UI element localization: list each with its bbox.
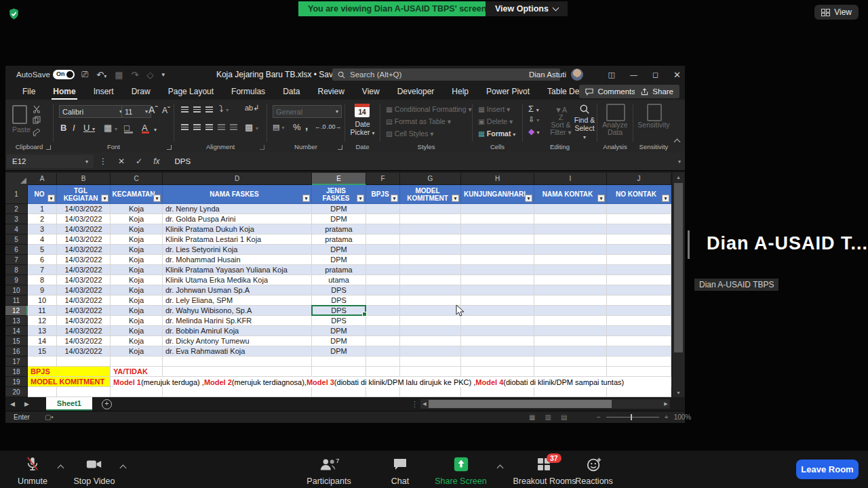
scroll-up-icon[interactable]: ▲ xyxy=(673,173,684,182)
align-left-icon[interactable] xyxy=(181,124,189,130)
cell[interactable] xyxy=(534,285,607,296)
cell[interactable] xyxy=(461,346,534,357)
cell[interactable]: 14/03/2022 xyxy=(57,275,111,285)
cell[interactable]: dr. Mohammad Husain xyxy=(163,255,312,265)
cell[interactable] xyxy=(366,326,400,336)
cell[interactable] xyxy=(534,316,607,326)
cell[interactable]: 5 xyxy=(28,245,57,255)
cell[interactable]: 1 xyxy=(28,204,57,214)
cell[interactable] xyxy=(366,346,400,357)
cell[interactable] xyxy=(607,214,671,224)
ribbon-tab-help[interactable]: Help xyxy=(445,84,475,99)
unmute-button[interactable]: Unmute xyxy=(9,456,56,486)
row-header-2[interactable]: 2 xyxy=(5,204,28,214)
confirm-entry-icon[interactable]: ✓ xyxy=(136,157,142,166)
cell[interactable] xyxy=(461,387,534,397)
cell[interactable] xyxy=(607,336,671,346)
cell[interactable]: DPM xyxy=(312,336,366,346)
cell[interactable] xyxy=(366,306,400,316)
cell[interactable] xyxy=(461,214,534,224)
table-header-cell[interactable]: JENIS FASKES▾ xyxy=(312,185,366,204)
align-right-icon[interactable] xyxy=(205,124,213,130)
filter-dropdown-icon[interactable]: ▾ xyxy=(47,195,55,202)
cell[interactable] xyxy=(461,255,534,265)
cell[interactable] xyxy=(366,235,400,245)
zoom-out-icon[interactable]: − xyxy=(597,413,601,421)
cell[interactable] xyxy=(366,275,400,285)
ribbon-tab-view[interactable]: View xyxy=(355,84,387,99)
cell[interactable]: 14/03/2022 xyxy=(57,224,111,235)
search-input[interactable]: Search (Alt+Q) xyxy=(332,68,560,81)
cell[interactable] xyxy=(607,306,671,316)
cell[interactable] xyxy=(461,224,534,235)
cell[interactable]: 14/03/2022 xyxy=(57,336,111,346)
ribbon-tab-formulas[interactable]: Formulas xyxy=(224,84,272,99)
cell[interactable] xyxy=(366,367,400,377)
bpjs-label-cell[interactable]: BPJS xyxy=(28,367,111,377)
cell[interactable] xyxy=(607,275,671,285)
cell[interactable]: DPM xyxy=(312,346,366,357)
account-user[interactable]: Dian Astuti xyxy=(529,68,583,81)
row-header-14[interactable]: 14 xyxy=(5,326,28,336)
vertical-scroll-thumb[interactable] xyxy=(674,183,683,352)
row-header-17[interactable]: 17 xyxy=(5,357,28,367)
cell[interactable] xyxy=(366,204,400,214)
video-options-chevron[interactable] xyxy=(120,465,127,472)
cell[interactable]: Koja xyxy=(111,255,163,265)
cell[interactable] xyxy=(534,336,607,346)
tabbar-resize-handle[interactable]: ⋮ xyxy=(411,400,418,409)
format-cells-button[interactable]: ▦ Format ▾ xyxy=(478,129,515,138)
cell[interactable] xyxy=(312,387,366,397)
cell[interactable] xyxy=(400,214,461,224)
cell[interactable] xyxy=(400,255,461,265)
cell[interactable]: 14/03/2022 xyxy=(57,285,111,296)
row-header-9[interactable]: 9 xyxy=(5,275,28,285)
cell[interactable]: Koja xyxy=(111,275,163,285)
cell[interactable] xyxy=(400,357,461,367)
cell[interactable] xyxy=(366,224,400,235)
cell[interactable]: dr. Wahyu Wibisono, Sp.A xyxy=(163,306,312,316)
wrap-text-icon[interactable]: ab↲ xyxy=(245,104,259,113)
align-center-icon[interactable] xyxy=(193,124,201,130)
cell[interactable]: Koja xyxy=(111,265,163,275)
column-header-F[interactable]: F xyxy=(366,173,400,185)
restore-button[interactable]: ◻ xyxy=(652,70,658,79)
cell[interactable]: Klinik Pratama Yayasan Yuliana Koja xyxy=(163,265,312,275)
cell[interactable] xyxy=(312,357,366,367)
cell[interactable]: Koja xyxy=(111,336,163,346)
cell[interactable] xyxy=(400,346,461,357)
autosave-toggle[interactable]: On xyxy=(53,70,75,79)
save-icon[interactable]: ⎚ xyxy=(81,69,88,80)
cell[interactable] xyxy=(461,326,534,336)
cell[interactable]: Koja xyxy=(111,224,163,235)
cell[interactable]: DPM xyxy=(312,255,366,265)
increase-decimal-icon[interactable]: ←.0 xyxy=(315,123,326,130)
filter-dropdown-icon[interactable]: ▾ xyxy=(302,195,310,202)
cell[interactable]: dr. Johnwan Usman Sp.A xyxy=(163,285,312,296)
paste-label[interactable]: Paste xyxy=(12,125,31,134)
cell[interactable]: pratama xyxy=(312,265,366,275)
cut-icon[interactable] xyxy=(33,105,41,113)
column-header-C[interactable]: C xyxy=(111,173,163,185)
select-all-corner[interactable] xyxy=(5,173,28,186)
chat-button[interactable]: Chat xyxy=(380,456,420,486)
comma-style-icon[interactable]: , xyxy=(305,120,308,131)
cell[interactable]: Koja xyxy=(111,306,163,316)
ribbon-tab-draw[interactable]: Draw xyxy=(125,84,157,99)
page-layout-view-icon[interactable]: ▥ xyxy=(545,413,551,421)
cell[interactable] xyxy=(461,265,534,275)
italic-icon[interactable]: I xyxy=(73,123,75,133)
borders-icon[interactable]: ▦ ▾ xyxy=(104,123,117,133)
column-header-A[interactable]: A xyxy=(28,173,57,185)
cell[interactable]: 14/03/2022 xyxy=(57,255,111,265)
ribbon-tab-developer[interactable]: Developer xyxy=(391,84,441,99)
ribbon-tab-file[interactable]: File xyxy=(16,84,42,99)
cell[interactable] xyxy=(461,357,534,367)
clipboard-dialog-launcher[interactable] xyxy=(46,145,51,150)
cell[interactable]: DPM xyxy=(312,204,366,214)
bpjs-value-cell[interactable]: YA/TIDAK xyxy=(111,367,163,377)
row-header-18[interactable]: 18 xyxy=(5,367,28,377)
column-header-G[interactable]: G xyxy=(400,173,461,185)
cell[interactable] xyxy=(607,346,671,357)
cell[interactable] xyxy=(400,235,461,245)
